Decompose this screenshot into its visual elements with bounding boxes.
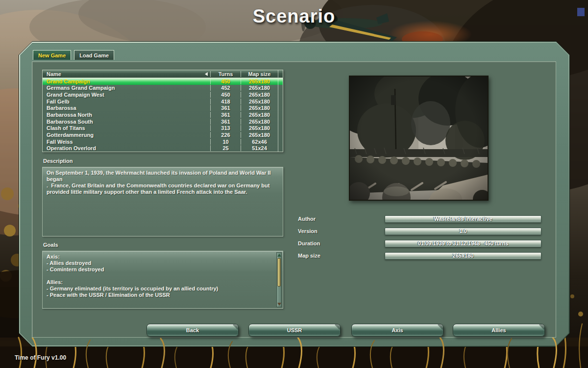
map-size-label: Map size (298, 253, 320, 259)
scenario-table: Name Turns Map size Grand Campaign 450 2… (42, 70, 283, 152)
table-row[interactable]: Grand Campaign 450 265x180 (43, 78, 283, 85)
row-map-size: 265x180 (241, 125, 278, 131)
row-turns: 452 (210, 85, 241, 91)
allies-button[interactable]: Allies (453, 324, 545, 337)
row-turns: 450 (210, 79, 241, 84)
row-name: Barbarossa South (47, 119, 93, 125)
column-header-name[interactable]: Name (43, 71, 210, 77)
author-label: Author (298, 216, 316, 222)
page-title: Scenario (0, 6, 588, 27)
table-row[interactable]: Clash of Titans 313 265x180 (43, 125, 283, 131)
row-name: Fall Weiss (47, 139, 73, 145)
goals-label: Goals (43, 242, 58, 248)
game-version-label: Time of Fury v1.00 (15, 354, 66, 361)
author-value: Wastelands Interactive (385, 215, 541, 223)
row-turns: 313 (210, 125, 241, 131)
row-map-size: 265x180 (241, 132, 278, 138)
column-header-turns[interactable]: Turns (210, 71, 241, 77)
scroll-up-icon[interactable] (277, 254, 281, 257)
row-map-size: 265x180 (241, 105, 278, 111)
tab-load-game[interactable]: Load Game (74, 50, 114, 60)
turns-header-label: Turns (219, 71, 233, 77)
tab-bar: New Game Load Game (33, 50, 114, 60)
table-row[interactable]: Fall Gelb 418 265x180 (43, 98, 283, 105)
row-name: Clash of Titans (47, 125, 85, 131)
row-map-size: 265x180 (241, 119, 278, 125)
row-map-size: 265x180 (241, 99, 278, 105)
goals-box: Axis: - Allies destroyed - Comintern des… (42, 251, 283, 309)
table-row[interactable]: Gotterdammerung 226 265x180 (43, 131, 283, 138)
table-row[interactable]: Barbarossa North 361 265x180 (43, 111, 283, 118)
column-header-map-size[interactable]: Map size (241, 71, 278, 77)
scenario-rows: Grand Campaign 450 265x180 Germans Grand… (43, 78, 283, 152)
table-row[interactable]: Barbarossa 361 265x180 (43, 105, 283, 112)
row-name: Barbarossa (47, 105, 76, 111)
row-turns: 226 (210, 132, 241, 138)
row-name: Grand Campaign (47, 79, 90, 84)
scenario-table-header: Name Turns Map size (43, 70, 283, 78)
goals-text: Axis: - Allies destroyed - Comintern des… (47, 254, 218, 298)
back-button[interactable]: Back (147, 324, 239, 337)
row-map-size: 265x180 (241, 92, 278, 98)
row-turns: 10 (210, 139, 241, 145)
table-row[interactable]: Fall Weiss 10 62x46 (43, 138, 283, 145)
map-size-header-label: Map size (248, 71, 271, 77)
scenario-screen: Scenario New Game Load Game Name Turns (0, 0, 588, 368)
row-name: Fall Gelb (47, 99, 69, 105)
table-row[interactable]: Grand Campaign West 450 265x180 (43, 91, 283, 98)
scenario-panel: New Game Load Game Name Turns Map size (19, 41, 570, 347)
table-row[interactable]: Germans Grand Campaign 452 265x180 (43, 85, 283, 92)
row-map-size: 62x46 (241, 139, 278, 145)
scenario-photo (349, 76, 489, 201)
row-map-size: 265x180 (241, 79, 278, 84)
scroll-down-icon[interactable] (277, 303, 281, 306)
tab-load-game-label: Load Game (79, 53, 109, 58)
tab-new-game-label: New Game (38, 53, 66, 58)
row-map-size: 265x180 (241, 85, 278, 91)
row-turns: 418 (210, 99, 241, 105)
scrollbar-thumb[interactable] (277, 258, 281, 287)
marching-soldiers-image (350, 77, 488, 200)
row-turns: 361 (210, 112, 241, 118)
duration-value: 01.09.1939 to 31.12.1948 450 turns (385, 240, 541, 247)
row-map-size: 51x24 (241, 145, 278, 151)
header-end-spacer (278, 70, 283, 78)
description-label: Description (43, 158, 73, 164)
description-box: On September 1, 1939, the Wehrmacht laun… (42, 167, 283, 237)
row-turns: 25 (210, 145, 241, 151)
ussr-button[interactable]: USSR (248, 324, 341, 337)
version-label: Version (298, 228, 318, 234)
row-turns: 450 (210, 92, 241, 98)
row-map-size: 265x180 (241, 112, 278, 118)
row-turns: 361 (210, 119, 241, 125)
row-turns: 361 (210, 105, 241, 111)
tab-new-game[interactable]: New Game (33, 50, 71, 60)
name-header-label: Name (47, 71, 61, 77)
row-name: Germans Grand Campaign (47, 85, 115, 91)
row-name: Barbarossa North (47, 112, 92, 118)
table-row[interactable]: Operation Overlord 25 51x24 (43, 145, 283, 152)
version-value: 1.0 (385, 228, 541, 235)
row-name: Operation Overlord (47, 145, 96, 151)
row-name: Gotterdammerung (47, 132, 94, 138)
map-size-value: 265x180 (385, 252, 541, 260)
table-row[interactable]: Barbarossa South 361 265x180 (43, 118, 283, 125)
goals-scrollbar[interactable] (276, 252, 282, 307)
sort-arrow-icon (205, 72, 208, 76)
row-name: Grand Campaign West (47, 92, 104, 98)
duration-label: Duration (298, 240, 320, 246)
axis-button[interactable]: Axis (351, 324, 443, 337)
